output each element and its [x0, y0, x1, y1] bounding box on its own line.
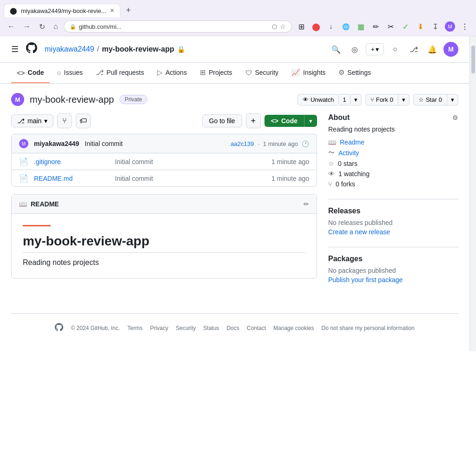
repo-name-breadcrumb[interactable]: my-book-review-app: [102, 45, 174, 53]
scroll-thumb[interactable]: [471, 46, 475, 73]
footer-privacy[interactable]: Privacy: [150, 325, 168, 331]
tab-insights[interactable]: 📈 Insights: [286, 63, 331, 83]
tab-issues[interactable]: ○ Issues: [52, 63, 89, 83]
ext7-icon[interactable]: ⬇: [414, 20, 427, 33]
ext5-icon[interactable]: ✂: [384, 20, 397, 33]
tab-title: miyakawa2449/my-book-revie...: [21, 7, 106, 14]
commit-hash[interactable]: aa2c139: [231, 140, 254, 147]
tab-settings[interactable]: ⚙ Settings: [333, 63, 377, 83]
code-clone-button[interactable]: <> Code: [264, 115, 304, 127]
chrome-icon[interactable]: ⬤: [310, 20, 323, 33]
ext4-icon[interactable]: ✏: [369, 20, 382, 33]
go-to-file-button[interactable]: Go to file: [202, 114, 242, 127]
branch-graph-button[interactable]: ⑂: [57, 113, 72, 128]
code-dropdown-button[interactable]: ▾: [304, 115, 317, 127]
main-layout: ⎇ main ▾ ⑂ 🏷 Go to file + <> Code ▾: [11, 113, 458, 295]
footer-security[interactable]: Security: [176, 325, 196, 331]
issues-inbox-icon[interactable]: ○: [388, 42, 403, 57]
profile-icon[interactable]: M: [443, 20, 456, 33]
watch-label: Unwatch: [311, 96, 334, 103]
new-item-button[interactable]: + ▾: [366, 43, 384, 55]
active-tab[interactable]: ⬤ miyakawa2449/my-book-revie... ×: [4, 4, 120, 17]
notifications-icon[interactable]: 🔔: [425, 42, 440, 57]
tab-pull-requests[interactable]: ⎇ Pull requests: [90, 63, 150, 83]
tab-security[interactable]: 🛡 Security: [240, 63, 284, 83]
tab-actions[interactable]: ▷ Actions: [152, 63, 192, 83]
ext6-icon[interactable]: ✓: [399, 20, 412, 33]
tab-projects[interactable]: ⊞ Projects: [194, 63, 238, 83]
book-link-icon: 📖: [328, 139, 336, 146]
add-file-button[interactable]: +: [246, 113, 261, 128]
repo-owner[interactable]: miyakawa2449: [45, 45, 94, 53]
github-logo[interactable]: [26, 42, 37, 57]
history-icon[interactable]: 🕐: [302, 140, 309, 147]
create-release-link[interactable]: Create a new release: [328, 228, 390, 236]
footer-do-not-share[interactable]: Do not share my personal information: [321, 325, 414, 331]
ext3-icon[interactable]: ▦: [354, 20, 367, 33]
bookmark-star-icon[interactable]: ☆: [280, 23, 286, 30]
about-settings-icon[interactable]: ⚙: [452, 114, 458, 121]
releases-title: Releases: [328, 207, 458, 215]
readme-accent-bar: [23, 225, 51, 226]
file-name-readme[interactable]: README.md: [34, 175, 109, 182]
footer-manage-cookies[interactable]: Manage cookies: [273, 325, 314, 331]
file-commit-msg: Initial commit: [115, 158, 266, 165]
home-button[interactable]: ⌂: [51, 20, 61, 33]
commit-separator: ·: [258, 140, 259, 147]
packages-title: Packages: [328, 255, 458, 263]
latest-commit-row: M miyakawa2449 Initial commit aa2c139 · …: [12, 134, 317, 153]
star-dropdown[interactable]: ▾: [447, 94, 458, 106]
page-main: ☰ miyakawa2449 / my-book-review-app 🔒 🔍 …: [0, 36, 469, 351]
watch-button[interactable]: 👁 Unwatch: [298, 94, 339, 106]
github-header: ☰ miyakawa2449 / my-book-review-app 🔒 🔍 …: [0, 36, 469, 63]
code-tab-label: Code: [28, 69, 44, 76]
qr-icon[interactable]: ⊞: [295, 20, 308, 33]
pull-requests-icon[interactable]: ⎇: [406, 42, 421, 57]
ext2-icon[interactable]: 🌐: [339, 20, 352, 33]
fork-stat-icon: ⑂: [328, 180, 332, 188]
footer-contact[interactable]: Contact: [247, 325, 266, 331]
main-column: ⎇ main ▾ ⑂ 🏷 Go to file + <> Code ▾: [11, 113, 317, 295]
reload-button[interactable]: ↻: [36, 20, 48, 33]
footer-status[interactable]: Status: [203, 325, 219, 331]
tab-code[interactable]: <> Code: [11, 63, 50, 83]
readme-link[interactable]: 📖 Readme: [328, 139, 458, 146]
readme-edit-button[interactable]: ✏: [304, 200, 309, 208]
publish-package-link[interactable]: Publish your first package: [328, 276, 403, 284]
releases-section: Releases No releases published Create a …: [328, 199, 458, 236]
watch-count[interactable]: 1: [339, 94, 350, 106]
watch-dropdown[interactable]: ▾: [350, 94, 362, 106]
copilot-icon[interactable]: ◎: [347, 42, 362, 57]
scrollbar[interactable]: [469, 36, 476, 351]
tab-close-button[interactable]: ×: [110, 7, 114, 14]
commit-author-name[interactable]: miyakawa2449: [34, 140, 79, 147]
new-tab-button[interactable]: +: [122, 4, 135, 17]
activity-link[interactable]: 〜 Activity: [328, 149, 458, 157]
tab-bar: ⬤ miyakawa2449/my-book-revie... × +: [0, 0, 476, 17]
ext1-icon[interactable]: ↓: [324, 20, 337, 33]
footer-docs[interactable]: Docs: [226, 325, 239, 331]
fork-group: ⑂ Fork 0 ▾: [365, 94, 410, 106]
star-button[interactable]: ☆ Star 0: [413, 94, 447, 106]
commit-time: 1 minute ago: [263, 140, 298, 147]
user-avatar[interactable]: M: [443, 42, 458, 57]
menu-icon[interactable]: ⋮: [458, 20, 471, 33]
fork-dropdown[interactable]: ▾: [398, 94, 410, 106]
address-bar[interactable]: 🔒 github.com/mi... ⬡ ☆: [64, 20, 292, 33]
settings-tab-icon: ⚙: [338, 68, 344, 77]
stars-stat: ☆ 0 stars: [328, 160, 458, 167]
hamburger-menu[interactable]: ☰: [11, 44, 19, 54]
footer-terms[interactable]: Terms: [127, 325, 143, 331]
file-name-gitignore[interactable]: .gitignore: [34, 158, 109, 165]
fork-count-inline: 0: [390, 96, 393, 103]
projects-tab-icon: ⊞: [200, 68, 206, 77]
back-button[interactable]: ←: [5, 20, 18, 33]
repo-owner-avatar: M: [11, 93, 24, 106]
ext8-icon[interactable]: ↧: [429, 20, 442, 33]
branch-selector[interactable]: ⎇ main ▾: [11, 114, 53, 127]
search-button[interactable]: 🔍: [329, 42, 344, 57]
no-releases-text: No releases published: [328, 219, 458, 226]
tag-button[interactable]: 🏷: [76, 113, 91, 128]
fork-button[interactable]: ⑂ Fork 0: [365, 94, 398, 106]
forward-button[interactable]: →: [20, 20, 33, 33]
